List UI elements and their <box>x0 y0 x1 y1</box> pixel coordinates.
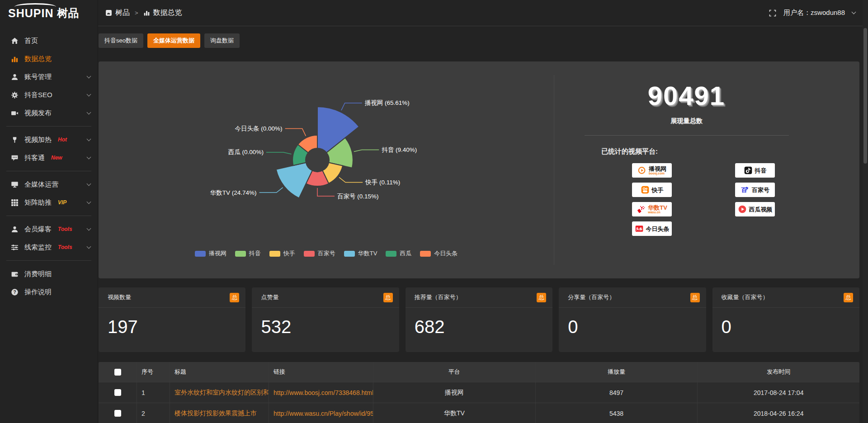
sidebar-item-label: 账号管理 <box>24 73 52 81</box>
sidebar-item-视频加热[interactable]: 视频加热Hot <box>0 131 98 149</box>
stat-card-header: 推荐量（百家号）总 <box>406 287 552 308</box>
heat-icon <box>11 136 19 144</box>
impressions-summary: 90491 展现量总数 已统计的视频平台: 播视网boosj.com快手华数TV… <box>554 75 859 265</box>
platform-sub: wasu.cn <box>648 211 667 214</box>
sidebar-item-label: 线索监控 <box>24 243 52 252</box>
breadcrumb-separator: > <box>135 9 138 16</box>
platform-name: 播视网 <box>649 166 666 172</box>
legend-item-今日头条[interactable]: 今日头条 <box>420 249 458 258</box>
legend-item-华数TV[interactable]: 华数TV <box>344 249 377 258</box>
stat-card-分享量（百家号）: 分享量（百家号）总0 <box>559 287 706 352</box>
legend-label: 播视网 <box>209 249 226 258</box>
legend-item-播视网[interactable]: 播视网 <box>195 249 226 258</box>
baijiahao-logo-icon: 百 <box>741 185 750 194</box>
total-badge[interactable]: 总 <box>383 293 393 302</box>
total-badge[interactable]: 总 <box>537 293 546 302</box>
sidebar-item-消费明细[interactable]: 消费明细 <box>0 265 98 283</box>
grid-icon <box>11 199 19 207</box>
sidebar-item-数据总览[interactable]: 数据总览 <box>0 50 98 68</box>
sidebar-item-操作说明[interactable]: ?操作说明 <box>0 283 98 301</box>
sidebar-item-视频发布[interactable]: 视频发布 <box>0 104 98 122</box>
platform-sub: boosj.com <box>649 172 666 175</box>
chevron-down-icon[interactable] <box>87 226 91 231</box>
sidebar-item-label: 抖音SEO <box>24 91 52 99</box>
app-window-icon <box>105 9 112 16</box>
chevron-down-icon[interactable] <box>87 155 91 160</box>
chevron-down-icon[interactable] <box>87 200 91 204</box>
total-badge[interactable]: 总 <box>230 293 239 302</box>
legend-swatch <box>195 251 206 257</box>
chevron-down-icon[interactable] <box>852 10 856 14</box>
sidebar-badge: Hot <box>58 136 67 143</box>
sidebar-divider <box>6 260 91 261</box>
scrollbar-thumb[interactable] <box>863 28 867 164</box>
main-area: 树品 > 数据总览 用户名：zswodun88 抖音seo数据全媒体运营数据询盘… <box>98 0 868 423</box>
sidebar-item-label: 首页 <box>24 37 38 45</box>
row-title-link[interactable]: 室外水纹灯和室内水纹灯的区别和简介 <box>170 382 269 403</box>
sidebar-item-矩阵助推[interactable]: 矩阵助推VIP <box>0 193 98 212</box>
row-url-link[interactable]: http://www.wasu.cn/Play/show/id/952... <box>269 403 373 423</box>
pie-label-line <box>339 177 363 182</box>
chevron-down-icon[interactable] <box>87 244 91 249</box>
legend-item-百家号[interactable]: 百家号 <box>304 249 335 258</box>
sidebar-item-label: 抖客通 <box>24 154 45 162</box>
chevron-down-icon[interactable] <box>87 182 91 186</box>
breadcrumb-item-current[interactable]: 数据总览 <box>153 8 182 18</box>
platform-logo-grid: 播视网boosj.com快手华数TVwasu.cn头条今日头条 抖音百百家号西瓜… <box>632 163 819 236</box>
username[interactable]: 用户名：zswodun88 <box>783 9 845 17</box>
sidebar-item-账号管理[interactable]: 账号管理 <box>0 68 98 86</box>
row-checkbox[interactable] <box>114 410 121 417</box>
table-header-row: 序号标题链接平台播放量发布时间 <box>99 362 859 382</box>
sidebar-item-首页[interactable]: 首页 <box>0 32 98 50</box>
brand-logo[interactable]: SHUPIN 树品 <box>0 0 98 26</box>
table-row: 1室外水纹灯和室内水纹灯的区别和简介http://www.boosj.com/7… <box>99 382 859 403</box>
row-checkbox[interactable] <box>114 389 121 396</box>
platform-share-chart: 播视网 (65.61%)抖音 (9.40%)快手 (0.11%)百家号 (0.1… <box>99 61 554 278</box>
tab-询盘数据[interactable]: 询盘数据 <box>204 33 240 48</box>
tab-抖音seo数据[interactable]: 抖音seo数据 <box>99 33 143 48</box>
col-time: 发布时间 <box>697 362 859 382</box>
fullscreen-icon[interactable] <box>769 9 776 17</box>
col-index: 序号 <box>137 362 170 382</box>
sidebar-item-抖客通[interactable]: 抖客通New <box>0 149 98 167</box>
legend-item-快手[interactable]: 快手 <box>269 249 295 258</box>
legend-item-抖音[interactable]: 抖音 <box>235 249 261 258</box>
chevron-down-icon[interactable] <box>87 110 91 115</box>
legend-item-西瓜[interactable]: 西瓜 <box>386 249 411 258</box>
sidebar-item-抖音SEO[interactable]: 抖音SEO <box>0 86 98 104</box>
sidebar-item-线索监控[interactable]: 线索监控Tools <box>0 238 98 256</box>
pie-label: 播视网 (65.61%) <box>364 99 409 106</box>
sidebar-item-会员爆客[interactable]: 会员爆客Tools <box>0 220 98 238</box>
pie-slice-华数TV[interactable] <box>276 163 312 198</box>
logo-arc-decoration <box>14 3 56 10</box>
select-all-checkbox[interactable] <box>114 369 121 376</box>
stat-card-点赞量: 点赞量总532 <box>252 287 399 352</box>
kuaishou-logo-icon <box>641 185 650 194</box>
scrollbar-track[interactable] <box>863 0 868 423</box>
sidebar-item-label: 全媒体运营 <box>24 180 58 189</box>
chevron-down-icon[interactable] <box>87 92 91 97</box>
stat-card-title: 点赞量 <box>261 293 278 301</box>
stat-card-header: 收藏量（百家号）总 <box>712 287 859 308</box>
platform-badge-西瓜视频: 西瓜视频 <box>735 202 775 216</box>
sidebar-item-全媒体运营[interactable]: 全媒体运营 <box>0 175 98 193</box>
sliders-icon <box>11 244 19 251</box>
chevron-down-icon[interactable] <box>87 137 91 141</box>
pie-label: 华数TV (24.74%) <box>210 189 256 196</box>
row-url-link[interactable]: http://www.boosj.com/7338468.html <box>269 382 373 403</box>
platform-badge-播视网: 播视网boosj.com <box>632 163 672 178</box>
stat-card-推荐量（百家号）: 推荐量（百家号）总682 <box>406 287 552 352</box>
col-views: 播放量 <box>535 362 698 382</box>
sidebar-badge: VIP <box>58 199 66 206</box>
rose-pie-chart[interactable]: 播视网 (65.61%)抖音 (9.40%)快手 (0.11%)百家号 (0.1… <box>100 67 552 248</box>
breadcrumb-item-home[interactable]: 树品 <box>115 8 130 18</box>
chevron-down-icon[interactable] <box>87 74 91 79</box>
row-title-link[interactable]: 楼体投影灯投影效果震撼上市 <box>170 403 269 423</box>
legend-swatch <box>386 251 396 257</box>
total-badge[interactable]: 总 <box>844 293 853 302</box>
tab-全媒体运营数据[interactable]: 全媒体运营数据 <box>147 33 200 48</box>
sidebar-divider <box>6 216 91 216</box>
total-badge[interactable]: 总 <box>690 293 700 302</box>
row-time: 2018-04-26 16:24 <box>697 403 859 423</box>
row-checkbox-cell <box>99 382 137 403</box>
